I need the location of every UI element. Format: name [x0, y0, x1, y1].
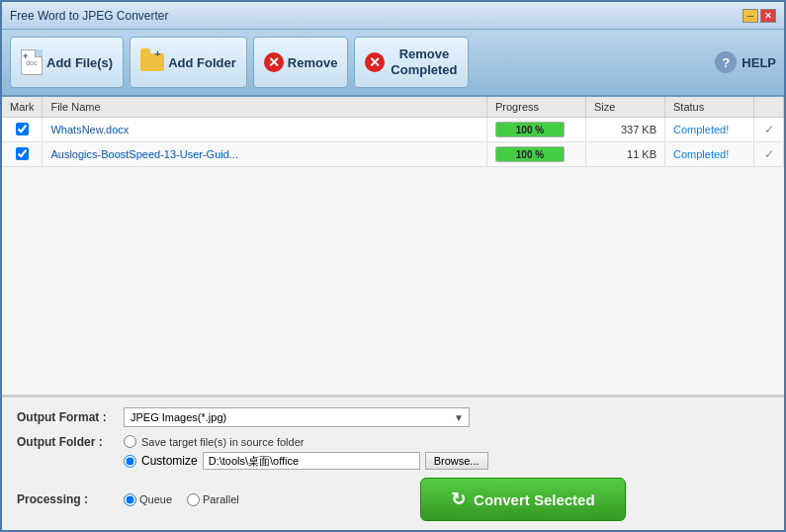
- output-folder-row: Output Folder : Save target file(s) in s…: [17, 435, 769, 470]
- header-size: Size: [586, 97, 665, 118]
- row-mark-cell: [2, 118, 43, 142]
- browse-button[interactable]: Browse...: [425, 452, 488, 470]
- output-format-row: Output Format : JPEG Images(*.jpg) ▼: [17, 407, 769, 427]
- parallel-label: Parallel: [203, 493, 239, 505]
- output-format-select[interactable]: JPEG Images(*.jpg): [124, 407, 470, 427]
- title-bar: Free Word to JPEG Converter ─ ✕: [2, 2, 784, 30]
- convert-label: Convert Selected: [474, 491, 595, 508]
- table-header-row: Mark File Name Progress Size Status: [2, 97, 784, 118]
- remove-completed-button[interactable]: ✕ RemoveCompleted: [354, 37, 468, 88]
- row-checkmark: ✓: [754, 118, 784, 142]
- row-status: Completed!: [665, 142, 754, 167]
- add-files-label: Add File(s): [46, 55, 113, 70]
- queue-label: Queue: [139, 493, 172, 505]
- row-checkmark: ✓: [754, 142, 784, 167]
- processing-row: Processing : Queue Parallel ↻ Convert Se…: [17, 478, 769, 521]
- doc-icon: doc +: [21, 49, 43, 75]
- window-controls: ─ ✕: [742, 9, 776, 23]
- row-checkbox[interactable]: [16, 147, 29, 160]
- header-mark: Mark: [2, 97, 43, 118]
- row-filename: Auslogics-BoostSpeed-13-User-Guid...: [43, 142, 487, 167]
- header-status: Status: [665, 97, 754, 118]
- customize-option: Customize Browse...: [124, 452, 488, 470]
- output-format-select-wrapper: JPEG Images(*.jpg) ▼: [124, 407, 470, 427]
- help-label: HELP: [742, 55, 776, 70]
- convert-selected-button[interactable]: ↻ Convert Selected: [420, 478, 626, 521]
- parallel-option[interactable]: Parallel: [187, 493, 239, 506]
- row-checkbox[interactable]: [16, 123, 29, 135]
- save-source-option: Save target file(s) in source folder: [124, 435, 488, 448]
- remove-completed-label: RemoveCompleted: [391, 46, 457, 77]
- convert-icon: ↻: [451, 488, 466, 510]
- processing-options: Queue Parallel: [124, 493, 239, 506]
- folder-options: Save target file(s) in source folder Cus…: [124, 435, 488, 470]
- queue-radio[interactable]: [124, 493, 136, 506]
- save-source-radio[interactable]: [124, 435, 136, 448]
- row-status: Completed!: [665, 118, 754, 142]
- folder-path-input[interactable]: [203, 452, 420, 470]
- row-size: 337 KB: [586, 118, 665, 142]
- add-files-button[interactable]: doc + Add File(s): [10, 37, 124, 88]
- table-row: Auslogics-BoostSpeed-13-User-Guid... 100…: [2, 142, 784, 167]
- output-format-label: Output Format :: [17, 410, 116, 424]
- add-folder-button[interactable]: + Add Folder: [130, 37, 247, 88]
- minimize-button[interactable]: ─: [742, 9, 758, 23]
- customize-label: Customize: [141, 454, 198, 468]
- toolbar: doc + Add File(s) + Add Folder ✕ Remove …: [2, 30, 784, 97]
- remove-label: Remove: [288, 55, 338, 70]
- file-list-area: Mark File Name Progress Size Status What…: [2, 97, 784, 396]
- save-source-label: Save target file(s) in source folder: [141, 436, 304, 448]
- processing-label: Processing :: [17, 492, 116, 506]
- table-row: WhatsNew.docx 100 % 337 KB Completed! ✓: [2, 118, 784, 142]
- help-button[interactable]: ? HELP: [715, 51, 776, 73]
- header-filename: File Name: [43, 97, 487, 118]
- customize-radio[interactable]: [124, 455, 136, 468]
- row-size: 11 KB: [586, 142, 665, 167]
- row-mark-cell: [2, 142, 43, 167]
- help-icon: ?: [715, 51, 737, 73]
- queue-option[interactable]: Queue: [124, 493, 172, 506]
- add-folder-label: Add Folder: [168, 55, 236, 70]
- output-folder-label: Output Folder :: [17, 435, 116, 449]
- row-progress: 100 %: [487, 118, 586, 142]
- row-progress: 100 %: [487, 142, 586, 167]
- header-progress: Progress: [487, 97, 586, 118]
- window-title: Free Word to JPEG Converter: [10, 9, 742, 23]
- bottom-section: Output Format : JPEG Images(*.jpg) ▼ Out…: [2, 396, 784, 532]
- remove-icon: ✕: [264, 52, 284, 72]
- file-table: Mark File Name Progress Size Status What…: [2, 97, 784, 167]
- close-button[interactable]: ✕: [760, 9, 776, 23]
- header-check: [754, 97, 784, 118]
- remove-button[interactable]: ✕ Remove: [253, 37, 349, 88]
- parallel-radio[interactable]: [187, 493, 200, 506]
- row-filename: WhatsNew.docx: [43, 118, 487, 142]
- remove-completed-icon: ✕: [365, 52, 385, 72]
